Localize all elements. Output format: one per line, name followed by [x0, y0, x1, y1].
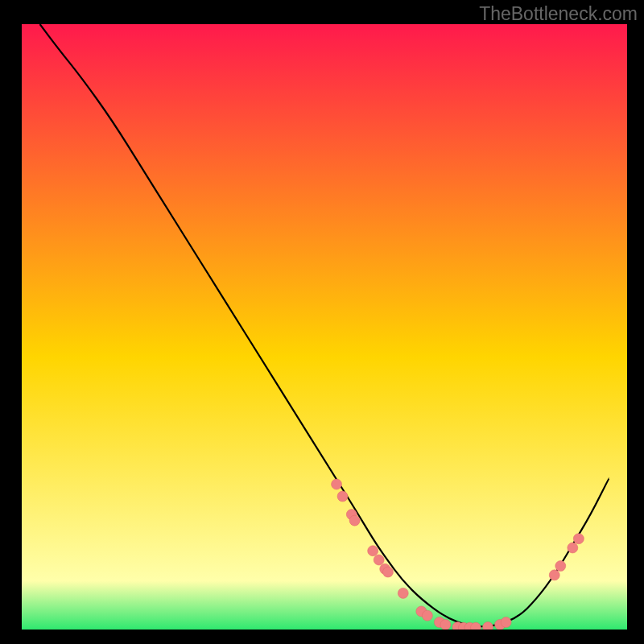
data-point	[440, 619, 451, 630]
data-point	[368, 546, 378, 556]
watermark-text: TheBottleneck.com	[479, 3, 638, 25]
data-point	[374, 555, 384, 565]
data-point	[555, 561, 566, 572]
data-point	[422, 610, 432, 621]
data-point	[398, 588, 408, 598]
data-point	[573, 534, 584, 544]
chart-svg	[22, 24, 627, 630]
chart-plot-area	[22, 24, 627, 630]
data-point	[568, 543, 578, 553]
chart-background	[22, 24, 627, 630]
data-point	[332, 479, 342, 489]
data-point	[337, 491, 348, 502]
data-point	[349, 515, 360, 526]
data-point	[382, 567, 393, 577]
data-point	[501, 617, 511, 627]
data-point	[549, 570, 559, 580]
